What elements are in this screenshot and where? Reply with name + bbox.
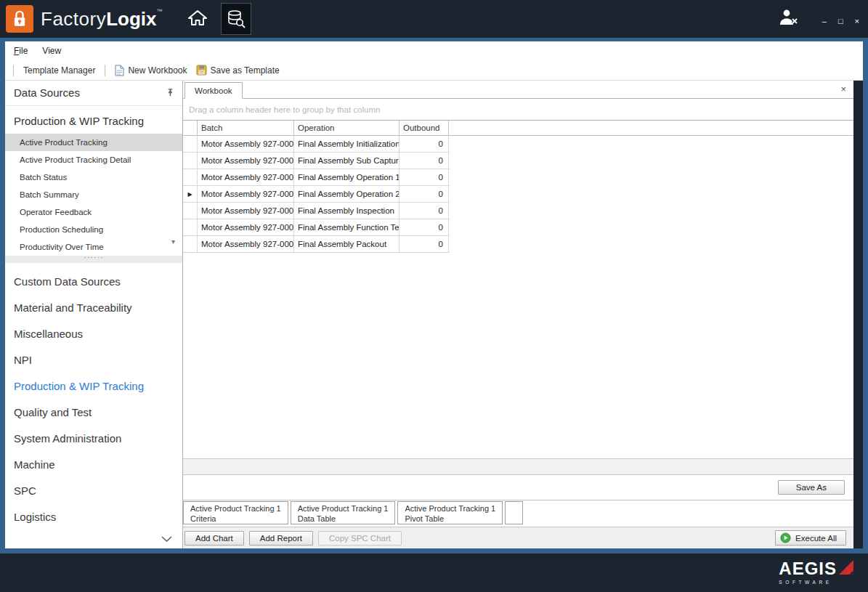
row-indicator xyxy=(183,203,198,219)
result-tabs: Active Product Tracking 1 Criteria Activ… xyxy=(183,500,853,527)
user-x-icon xyxy=(777,8,799,27)
row-indicator xyxy=(183,219,198,235)
cell-batch: Motor Assembly 927-0003 xyxy=(198,136,294,152)
cell-batch: Motor Assembly 927-0003 xyxy=(198,236,294,252)
home-button[interactable] xyxy=(183,4,212,34)
aegis-wordmark: AEGIS xyxy=(779,560,837,577)
cell-operation: Final Assembly Packout xyxy=(294,236,399,252)
list-item-batch-status[interactable]: Batch Status xyxy=(5,169,182,186)
new-document-icon xyxy=(115,65,124,76)
toolbar: Template Manager New Workbook xyxy=(5,60,863,81)
cell-outbound: 0 xyxy=(399,203,449,219)
vertical-scrollbar[interactable] xyxy=(853,81,863,548)
toolbar-separator xyxy=(105,65,105,76)
user-signout-button[interactable] xyxy=(774,5,802,33)
list-scroll-down-icon[interactable]: ▾ xyxy=(171,238,175,246)
cell-operation: Final Assembly Initialization xyxy=(294,136,399,152)
close-button[interactable]: × xyxy=(855,17,859,25)
execute-icon xyxy=(780,532,791,543)
table-row[interactable]: Motor Assembly 927-0003 Final Assembly I… xyxy=(183,136,450,153)
app-content: File View Template Manager New Workbook xyxy=(5,41,863,548)
table-row[interactable]: Motor Assembly 927-0003 Final Assembly S… xyxy=(183,153,450,169)
tab-pivot-table[interactable]: Active Product Tracking 1 Pivot Table xyxy=(397,501,503,524)
category-spc[interactable]: SPC xyxy=(5,478,182,504)
data-analysis-button[interactable] xyxy=(221,3,251,35)
list-item-batch-summary[interactable]: Batch Summary xyxy=(5,186,182,203)
group-by-bar[interactable]: Drag a column header here to group by th… xyxy=(183,99,853,121)
menu-view[interactable]: View xyxy=(42,46,61,56)
tab-stub[interactable] xyxy=(505,501,523,524)
execute-all-button[interactable]: Execute All xyxy=(775,530,846,546)
list-item-operator-feedback[interactable]: Operator Feedback xyxy=(5,203,182,221)
category-production-wip-tracking[interactable]: Production & WIP Tracking xyxy=(5,373,182,400)
category-machine[interactable]: Machine xyxy=(5,452,182,478)
column-header-operation[interactable]: Operation xyxy=(294,121,399,135)
brand-factory: Factory xyxy=(41,8,106,30)
list-item-production-scheduling[interactable]: Production Scheduling xyxy=(5,221,182,238)
category-material-and-traceability[interactable]: Material and Traceability xyxy=(5,295,182,321)
table-row[interactable]: Motor Assembly 927-0003 Final Assembly I… xyxy=(183,203,450,219)
cell-outbound: 0 xyxy=(399,236,449,252)
tab-line1: Active Product Tracking 1 xyxy=(298,503,389,514)
category-miscellaneous[interactable]: Miscellaneous xyxy=(5,321,182,347)
aegis-arrow-icon xyxy=(839,560,853,575)
copy-spc-chart-button[interactable]: Copy SPC Chart xyxy=(318,531,402,546)
column-header-outbound[interactable]: Outbound xyxy=(399,121,449,135)
padlock-icon xyxy=(12,9,28,28)
group-by-hint: Drag a column header here to group by th… xyxy=(189,105,380,114)
menu-file[interactable]: File xyxy=(14,46,28,56)
minimize-button[interactable]: – xyxy=(822,17,827,25)
save-as-button[interactable]: Save As xyxy=(778,480,845,495)
horizontal-scrollbar[interactable] xyxy=(183,458,853,474)
table-row[interactable]: Motor Assembly 927-0003 Final Assembly F… xyxy=(183,219,450,236)
app-brand: FactoryLogix™ xyxy=(41,8,163,31)
menubar: File View xyxy=(5,41,863,60)
tab-line1: Active Product Tracking 1 xyxy=(190,503,281,514)
column-header-batch[interactable]: Batch xyxy=(198,121,294,135)
pin-icon[interactable] xyxy=(166,88,175,97)
cell-operation: Final Assembly Sub Capture xyxy=(294,153,399,169)
workbook-tabbar: Workbook × xyxy=(183,81,853,99)
factorylogix-logo-icon xyxy=(6,5,33,33)
table-row[interactable]: Motor Assembly 927-0003 Final Assembly O… xyxy=(183,169,450,186)
category-logistics[interactable]: Logistics xyxy=(5,504,182,530)
table-row-selected[interactable]: ▶ Motor Assembly 927-0003 Final Assembly… xyxy=(183,186,450,203)
data-sources-panel: Data Sources Production & WIP Tracking A… xyxy=(5,81,183,548)
tab-data-table[interactable]: Active Product Tracking 1 Data Table xyxy=(291,501,396,524)
list-item-productivity-over-time[interactable]: Productivity Over Time xyxy=(5,238,182,256)
cell-batch: Motor Assembly 927-0003 xyxy=(198,203,294,219)
list-resize-handle[interactable]: ······ xyxy=(5,256,182,263)
sidebar-scroll-down-icon[interactable] xyxy=(161,536,172,543)
tab-close-icon[interactable]: × xyxy=(840,84,846,94)
template-manager-button[interactable]: Template Manager xyxy=(19,63,100,78)
workbook-area: Workbook × Drag a column header here to … xyxy=(183,81,853,548)
home-icon xyxy=(187,9,208,27)
category-quality-and-test[interactable]: Quality and Test xyxy=(5,400,182,426)
category-system-administration[interactable]: System Administration xyxy=(5,426,182,452)
add-chart-button[interactable]: Add Chart xyxy=(184,531,244,546)
data-grid: Batch Operation Outbound Motor Assembly … xyxy=(183,121,853,458)
new-workbook-button[interactable]: New Workbook xyxy=(110,62,191,78)
main-area: Data Sources Production & WIP Tracking A… xyxy=(5,81,863,548)
app-window: FactoryLogix™ xyxy=(0,0,868,592)
maximize-button[interactable]: □ xyxy=(838,17,843,25)
list-item-active-product-tracking[interactable]: Active Product Tracking xyxy=(5,134,182,151)
list-item-active-product-tracking-detail[interactable]: Active Product Tracking Detail xyxy=(5,151,182,169)
tab-line2: Data Table xyxy=(298,514,389,524)
category-npi[interactable]: NPI xyxy=(5,347,182,373)
table-row[interactable]: Motor Assembly 927-0003 Final Assembly P… xyxy=(183,236,450,253)
header-filler xyxy=(449,121,853,135)
tab-criteria[interactable]: Active Product Tracking 1 Criteria xyxy=(183,501,288,524)
cell-operation: Final Assembly Inspection xyxy=(294,203,399,219)
category-custom-data-sources[interactable]: Custom Data Sources xyxy=(5,269,182,295)
tab-workbook[interactable]: Workbook xyxy=(184,82,243,99)
toolbar-separator xyxy=(13,65,14,76)
cell-operation: Final Assembly Operation 1 xyxy=(294,169,399,185)
save-as-template-button[interactable]: Save as Template xyxy=(192,62,284,78)
add-report-button[interactable]: Add Report xyxy=(249,531,313,546)
row-indicator xyxy=(183,153,198,169)
cell-outbound: 0 xyxy=(399,153,449,169)
row-indicator-header xyxy=(183,121,198,135)
titlebar: FactoryLogix™ xyxy=(0,0,868,38)
cell-batch: Motor Assembly 927-0003 xyxy=(198,153,294,169)
